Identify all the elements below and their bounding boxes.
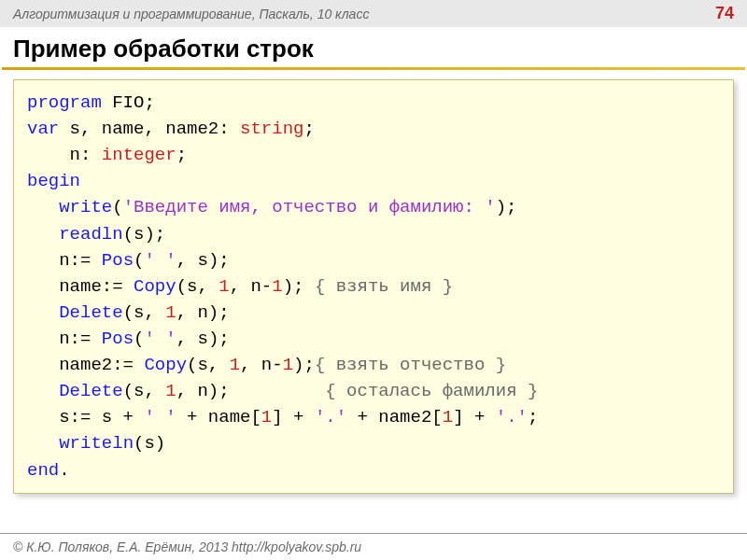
slide-header: Алгоритмизация и программирование, Паска…: [0, 0, 747, 27]
kw-begin: begin: [27, 171, 80, 191]
fn-writeln: writeln: [59, 433, 134, 454]
var-decl: s, name, name2:: [70, 119, 240, 139]
breadcrumb: Алгоритмизация и программирование, Паска…: [13, 7, 369, 21]
fn-copy: Copy: [134, 276, 176, 297]
kw-program: program: [27, 92, 112, 113]
comment-surname: { осталась фамилия }: [325, 381, 538, 401]
str-prompt: 'Введите имя, отчество и фамилию: ': [123, 197, 496, 217]
fn-readln: readln: [59, 224, 122, 245]
ty-string: string: [240, 119, 303, 139]
fn-write: write: [59, 197, 112, 217]
comment-patronymic: { взять отчество }: [315, 355, 506, 375]
kw-var: var: [27, 119, 70, 139]
ty-integer: integer: [102, 145, 176, 165]
slide-footer: © К.Ю. Поляков, Е.А. Ерёмин, 2013 http:/…: [0, 533, 747, 560]
id-fio: FIO;: [112, 92, 155, 113]
kw-end: end: [27, 460, 59, 481]
code-block: program FIO; var s, name, name2: string;…: [13, 79, 734, 494]
comment-name: { взять имя }: [315, 276, 453, 297]
title-underline: [2, 67, 745, 70]
page-title: Пример обработки строк: [0, 27, 747, 67]
fn-delete: Delete: [59, 302, 122, 323]
fn-pos: Pos: [102, 250, 134, 271]
page-number: 74: [715, 4, 734, 23]
